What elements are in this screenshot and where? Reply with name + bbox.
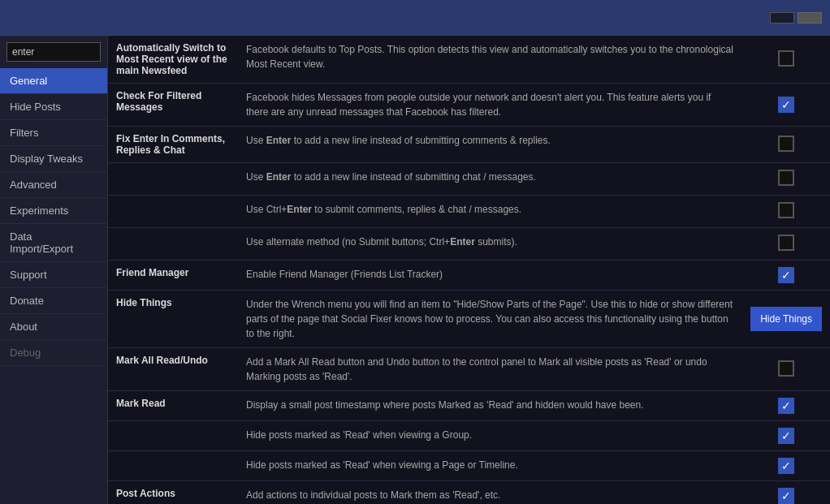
row-label — [108, 196, 238, 228]
row-action — [742, 163, 830, 196]
row-description: Hide posts marked as 'Read' when viewing… — [238, 421, 742, 451]
header — [0, 0, 830, 36]
table-row: Automatically Switch to Most Recent view… — [108, 36, 830, 84]
row-description: Display a small post timestamp where pos… — [238, 391, 742, 421]
row-action — [742, 421, 830, 451]
sidebar-item-data-import-export[interactable]: Data Import/Export — [0, 224, 107, 262]
table-row: Use alternate method (no Submit buttons;… — [108, 228, 830, 261]
row-label — [108, 163, 238, 196]
row-description: Use Enter to add a new line instead of s… — [238, 163, 742, 196]
row-action — [742, 228, 830, 261]
row-description: Hide posts marked as 'Read' when viewing… — [238, 451, 742, 481]
table-row: Friend ManagerEnable Friend Manager (Fri… — [108, 261, 830, 291]
checkbox[interactable] — [778, 136, 794, 152]
row-action — [742, 36, 830, 84]
row-label: Mark All Read/Undo — [108, 348, 238, 391]
table-row: Mark All Read/UndoAdd a Mark All Read bu… — [108, 348, 830, 391]
row-action — [742, 391, 830, 421]
sidebar-item-debug[interactable]: Debug — [0, 340, 107, 366]
table-row: Mark ReadDisplay a small post timestamp … — [108, 391, 830, 421]
checkbox[interactable] — [778, 360, 794, 377]
row-action — [742, 451, 830, 481]
checkbox[interactable] — [778, 267, 794, 283]
row-description: Facebook defaults to Top Posts. This opt… — [238, 36, 742, 84]
row-action: Hide Things — [742, 291, 830, 348]
row-description: Add a Mark All Read button and Undo butt… — [238, 348, 742, 391]
row-label — [108, 228, 238, 261]
row-action — [742, 127, 830, 163]
row-label: Mark Read — [108, 391, 238, 421]
cancel-button[interactable] — [798, 12, 822, 24]
checkbox[interactable] — [778, 170, 794, 186]
checkbox[interactable] — [778, 202, 794, 218]
sidebar-item-experiments[interactable]: Experiments — [0, 198, 107, 224]
row-description: Facebook hides Messages from people outs… — [238, 84, 742, 127]
table-row: Post ActionsAdd actions to individual po… — [108, 481, 830, 505]
header-buttons — [770, 12, 822, 24]
row-description: Enable Friend Manager (Friends List Trac… — [238, 261, 742, 291]
row-description: Under the Wrench menu you will find an i… — [238, 291, 742, 348]
row-action — [742, 196, 830, 228]
checkbox[interactable] — [778, 488, 794, 504]
row-label: Fix Enter In Comments, Replies & Chat — [108, 127, 238, 163]
row-label: Hide Things — [108, 291, 238, 348]
checkbox[interactable] — [778, 235, 794, 251]
row-action — [742, 348, 830, 391]
table-row: Check For Filtered MessagesFacebook hide… — [108, 84, 830, 127]
sidebar-item-hide-posts[interactable]: Hide Posts — [0, 94, 107, 120]
row-label — [108, 421, 238, 451]
checkbox[interactable] — [778, 97, 794, 113]
table-row: Hide posts marked as 'Read' when viewing… — [108, 421, 830, 451]
sidebar-item-filters[interactable]: Filters — [0, 120, 107, 146]
sidebar-item-display-tweaks[interactable]: Display Tweaks — [0, 146, 107, 172]
row-label: Post Actions — [108, 481, 238, 505]
sidebar-item-general[interactable]: General — [0, 68, 107, 94]
sidebar-item-support[interactable]: Support — [0, 262, 107, 288]
main-layout: GeneralHide PostsFiltersDisplay TweaksAd… — [0, 36, 830, 504]
checkbox[interactable] — [778, 458, 794, 474]
table-row: Fix Enter In Comments, Replies & ChatUse… — [108, 127, 830, 163]
settings-table: Automatically Switch to Most Recent view… — [108, 36, 830, 504]
row-description: Use alternate method (no Submit buttons;… — [238, 228, 742, 261]
row-description: Use Ctrl+Enter to submit comments, repli… — [238, 196, 742, 228]
row-action — [742, 261, 830, 291]
sidebar-item-about[interactable]: About — [0, 314, 107, 340]
main-content: Automatically Switch to Most Recent view… — [108, 36, 830, 504]
row-label: Check For Filtered Messages — [108, 84, 238, 127]
row-label: Automatically Switch to Most Recent view… — [108, 36, 238, 84]
save-button[interactable] — [770, 12, 794, 24]
row-description: Add actions to individual posts to Mark … — [238, 481, 742, 505]
row-label — [108, 451, 238, 481]
table-row: Use Enter to add a new line instead of s… — [108, 163, 830, 196]
checkbox[interactable] — [778, 428, 794, 444]
checkbox[interactable] — [778, 50, 794, 67]
hide-things-button[interactable]: Hide Things — [750, 307, 822, 331]
table-row: Use Ctrl+Enter to submit comments, repli… — [108, 196, 830, 228]
checkbox[interactable] — [778, 398, 794, 414]
table-row: Hide ThingsUnder the Wrench menu you wil… — [108, 291, 830, 348]
row-action — [742, 481, 830, 505]
sidebar: GeneralHide PostsFiltersDisplay TweaksAd… — [0, 36, 108, 504]
sidebar-item-advanced[interactable]: Advanced — [0, 172, 107, 198]
table-row: Hide posts marked as 'Read' when viewing… — [108, 451, 830, 481]
row-description: Use Enter to add a new line instead of s… — [238, 127, 742, 163]
row-action — [742, 84, 830, 127]
row-label: Friend Manager — [108, 261, 238, 291]
sidebar-item-donate[interactable]: Donate — [0, 288, 107, 314]
search-input[interactable] — [6, 42, 101, 62]
